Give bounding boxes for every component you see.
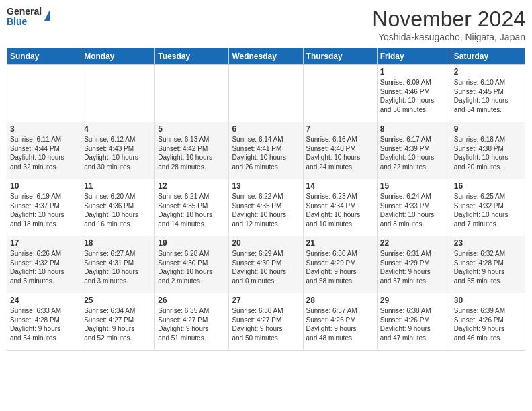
calendar-cell xyxy=(303,65,377,122)
day-info: Sunrise: 6:18 AM Sunset: 4:38 PM Dayligh… xyxy=(454,135,522,171)
day-header-thursday: Thursday xyxy=(303,48,377,65)
calendar-week-row: 3Sunrise: 6:11 AM Sunset: 4:44 PM Daylig… xyxy=(7,122,525,179)
day-info: Sunrise: 6:28 AM Sunset: 4:30 PM Dayligh… xyxy=(158,249,226,285)
calendar-cell: 30Sunrise: 6:39 AM Sunset: 4:26 PM Dayli… xyxy=(451,293,525,351)
day-number: 6 xyxy=(232,124,300,134)
day-number: 10 xyxy=(10,181,78,191)
day-number: 20 xyxy=(232,238,300,248)
day-number: 5 xyxy=(158,124,226,134)
day-number: 29 xyxy=(380,295,448,305)
calendar-table: SundayMondayTuesdayWednesdayThursdayFrid… xyxy=(7,48,525,351)
calendar-cell: 3Sunrise: 6:11 AM Sunset: 4:44 PM Daylig… xyxy=(7,122,81,179)
calendar-cell: 9Sunrise: 6:18 AM Sunset: 4:38 PM Daylig… xyxy=(451,122,525,179)
calendar-cell: 23Sunrise: 6:32 AM Sunset: 4:28 PM Dayli… xyxy=(451,236,525,293)
day-number: 3 xyxy=(10,124,78,134)
calendar-cell: 8Sunrise: 6:17 AM Sunset: 4:39 PM Daylig… xyxy=(377,122,451,179)
logo-text: General Blue xyxy=(7,7,42,28)
calendar-cell: 19Sunrise: 6:28 AM Sunset: 4:30 PM Dayli… xyxy=(155,236,229,293)
day-info: Sunrise: 6:25 AM Sunset: 4:32 PM Dayligh… xyxy=(454,192,522,228)
calendar-cell: 7Sunrise: 6:16 AM Sunset: 4:40 PM Daylig… xyxy=(303,122,377,179)
calendar-cell xyxy=(7,65,81,122)
logo-triangle-icon xyxy=(44,10,50,21)
day-number: 25 xyxy=(84,295,152,305)
day-info: Sunrise: 6:32 AM Sunset: 4:28 PM Dayligh… xyxy=(454,249,522,285)
day-info: Sunrise: 6:36 AM Sunset: 4:27 PM Dayligh… xyxy=(232,306,300,342)
day-number: 23 xyxy=(454,238,522,248)
day-number: 2 xyxy=(454,67,522,77)
day-number: 9 xyxy=(454,124,522,134)
day-number: 16 xyxy=(454,181,522,191)
day-info: Sunrise: 6:39 AM Sunset: 4:26 PM Dayligh… xyxy=(454,306,522,342)
day-info: Sunrise: 6:35 AM Sunset: 4:27 PM Dayligh… xyxy=(158,306,226,342)
day-number: 27 xyxy=(232,295,300,305)
day-number: 12 xyxy=(158,181,226,191)
calendar-cell: 13Sunrise: 6:22 AM Sunset: 4:35 PM Dayli… xyxy=(229,179,303,236)
calendar-header-row: SundayMondayTuesdayWednesdayThursdayFrid… xyxy=(7,48,525,65)
day-info: Sunrise: 6:31 AM Sunset: 4:29 PM Dayligh… xyxy=(380,249,448,285)
day-info: Sunrise: 6:24 AM Sunset: 4:33 PM Dayligh… xyxy=(380,192,448,228)
logo: General Blue xyxy=(7,7,50,28)
day-number: 22 xyxy=(380,238,448,248)
day-header-saturday: Saturday xyxy=(451,48,525,65)
day-header-monday: Monday xyxy=(81,48,155,65)
day-number: 8 xyxy=(380,124,448,134)
calendar-cell: 28Sunrise: 6:37 AM Sunset: 4:26 PM Dayli… xyxy=(303,293,377,351)
logo-blue: Blue xyxy=(7,17,42,27)
day-info: Sunrise: 6:20 AM Sunset: 4:36 PM Dayligh… xyxy=(84,192,152,228)
day-info: Sunrise: 6:26 AM Sunset: 4:32 PM Dayligh… xyxy=(10,249,78,285)
calendar-cell: 17Sunrise: 6:26 AM Sunset: 4:32 PM Dayli… xyxy=(7,236,81,293)
calendar-cell: 10Sunrise: 6:19 AM Sunset: 4:37 PM Dayli… xyxy=(7,179,81,236)
day-info: Sunrise: 6:17 AM Sunset: 4:39 PM Dayligh… xyxy=(380,135,448,171)
day-info: Sunrise: 6:11 AM Sunset: 4:44 PM Dayligh… xyxy=(10,135,78,171)
calendar-week-row: 10Sunrise: 6:19 AM Sunset: 4:37 PM Dayli… xyxy=(7,179,525,236)
calendar-cell: 2Sunrise: 6:10 AM Sunset: 4:45 PM Daylig… xyxy=(451,65,525,122)
calendar-cell: 21Sunrise: 6:30 AM Sunset: 4:29 PM Dayli… xyxy=(303,236,377,293)
calendar-cell: 16Sunrise: 6:25 AM Sunset: 4:32 PM Dayli… xyxy=(451,179,525,236)
title-block: November 2024 Yoshida-kasugacho, Niigata… xyxy=(372,7,525,42)
day-info: Sunrise: 6:13 AM Sunset: 4:42 PM Dayligh… xyxy=(158,135,226,171)
logo-general: General xyxy=(7,7,42,17)
calendar-cell xyxy=(229,65,303,122)
day-info: Sunrise: 6:22 AM Sunset: 4:35 PM Dayligh… xyxy=(232,192,300,228)
day-number: 7 xyxy=(306,124,374,134)
calendar-cell: 20Sunrise: 6:29 AM Sunset: 4:30 PM Dayli… xyxy=(229,236,303,293)
day-number: 14 xyxy=(306,181,374,191)
day-number: 19 xyxy=(158,238,226,248)
calendar-week-row: 17Sunrise: 6:26 AM Sunset: 4:32 PM Dayli… xyxy=(7,236,525,293)
calendar-cell xyxy=(155,65,229,122)
day-info: Sunrise: 6:37 AM Sunset: 4:26 PM Dayligh… xyxy=(306,306,374,342)
day-number: 11 xyxy=(84,181,152,191)
day-header-tuesday: Tuesday xyxy=(155,48,229,65)
calendar-cell: 14Sunrise: 6:23 AM Sunset: 4:34 PM Dayli… xyxy=(303,179,377,236)
day-info: Sunrise: 6:30 AM Sunset: 4:29 PM Dayligh… xyxy=(306,249,374,285)
calendar-cell: 29Sunrise: 6:38 AM Sunset: 4:26 PM Dayli… xyxy=(377,293,451,351)
calendar-cell: 11Sunrise: 6:20 AM Sunset: 4:36 PM Dayli… xyxy=(81,179,155,236)
day-number: 30 xyxy=(454,295,522,305)
location: Yoshida-kasugacho, Niigata, Japan xyxy=(372,32,525,42)
day-number: 18 xyxy=(84,238,152,248)
calendar-cell xyxy=(81,65,155,122)
calendar-cell: 24Sunrise: 6:33 AM Sunset: 4:28 PM Dayli… xyxy=(7,293,81,351)
calendar-week-row: 1Sunrise: 6:09 AM Sunset: 4:46 PM Daylig… xyxy=(7,65,525,122)
day-info: Sunrise: 6:33 AM Sunset: 4:28 PM Dayligh… xyxy=(10,306,78,342)
calendar-cell: 15Sunrise: 6:24 AM Sunset: 4:33 PM Dayli… xyxy=(377,179,451,236)
day-number: 13 xyxy=(232,181,300,191)
day-info: Sunrise: 6:38 AM Sunset: 4:26 PM Dayligh… xyxy=(380,306,448,342)
calendar-cell: 18Sunrise: 6:27 AM Sunset: 4:31 PM Dayli… xyxy=(81,236,155,293)
calendar-week-row: 24Sunrise: 6:33 AM Sunset: 4:28 PM Dayli… xyxy=(7,293,525,351)
calendar-cell: 1Sunrise: 6:09 AM Sunset: 4:46 PM Daylig… xyxy=(377,65,451,122)
day-info: Sunrise: 6:12 AM Sunset: 4:43 PM Dayligh… xyxy=(84,135,152,171)
calendar-cell: 27Sunrise: 6:36 AM Sunset: 4:27 PM Dayli… xyxy=(229,293,303,351)
day-header-friday: Friday xyxy=(377,48,451,65)
calendar-cell: 22Sunrise: 6:31 AM Sunset: 4:29 PM Dayli… xyxy=(377,236,451,293)
month-title: November 2024 xyxy=(372,7,525,32)
day-info: Sunrise: 6:10 AM Sunset: 4:45 PM Dayligh… xyxy=(454,78,522,114)
day-info: Sunrise: 6:21 AM Sunset: 4:35 PM Dayligh… xyxy=(158,192,226,228)
day-number: 26 xyxy=(158,295,226,305)
calendar-cell: 6Sunrise: 6:14 AM Sunset: 4:41 PM Daylig… xyxy=(229,122,303,179)
day-header-wednesday: Wednesday xyxy=(229,48,303,65)
day-number: 21 xyxy=(306,238,374,248)
day-info: Sunrise: 6:19 AM Sunset: 4:37 PM Dayligh… xyxy=(10,192,78,228)
day-info: Sunrise: 6:27 AM Sunset: 4:31 PM Dayligh… xyxy=(84,249,152,285)
calendar-body: 1Sunrise: 6:09 AM Sunset: 4:46 PM Daylig… xyxy=(7,65,525,351)
